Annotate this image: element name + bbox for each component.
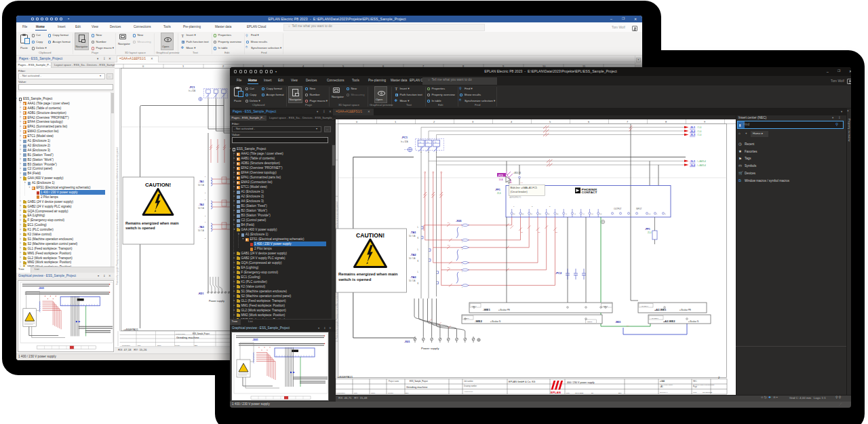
svg-text:176 from 365: 176 from 365 bbox=[703, 391, 713, 393]
svg-text:Name: Name bbox=[157, 345, 162, 346]
svg-text:K: K bbox=[205, 192, 206, 194]
svg-text:B8: B8 bbox=[448, 222, 450, 223]
svg-text:+: + bbox=[630, 213, 631, 215]
svg-text:B5: B5 bbox=[538, 231, 540, 233]
svg-text:Ed.: Ed. bbox=[591, 392, 594, 394]
svg-text:-X01: -X01 bbox=[404, 340, 410, 343]
svg-text:2x6: 2x6 bbox=[627, 325, 630, 327]
svg-text:1.5: 1.5 bbox=[510, 182, 513, 184]
svg-text:B5: B5 bbox=[521, 231, 523, 233]
svg-text:+=B4&EPA1/1: +=B4&EPA1/1 bbox=[123, 328, 138, 331]
svg-text:-2001: -2001 bbox=[38, 287, 44, 290]
svg-text:Remains energized when main: Remains energized when main bbox=[125, 221, 179, 225]
svg-text:0: 0 bbox=[356, 120, 358, 123]
svg-text:Approved by: Approved by bbox=[464, 391, 473, 393]
svg-text:Project name: Project name bbox=[389, 380, 399, 383]
svg-text:Grinding machine: Grinding machine bbox=[406, 385, 428, 389]
svg-text:1: 1 bbox=[513, 206, 515, 208]
svg-text:= Busbar N: = Busbar N bbox=[688, 320, 698, 323]
svg-text:/ 1.0: / 1.0 bbox=[697, 130, 701, 133]
svg-text:/ +B4/5.4: / +B4/5.4 bbox=[697, 160, 706, 163]
svg-text:Modification: Modification bbox=[122, 345, 130, 346]
svg-text:5: 5 bbox=[462, 271, 463, 272]
svg-text:switch is opened: switch is opened bbox=[338, 277, 372, 282]
svg-text:K: K bbox=[418, 237, 419, 239]
svg-text:9: 9 bbox=[704, 120, 706, 123]
svg-text:+A2-WE1.1: +A2-WE1.1 bbox=[640, 305, 649, 307]
svg-text:NEC:: NEC: bbox=[693, 380, 697, 383]
svg-text:Power supply: Power supply bbox=[421, 347, 439, 350]
svg-text:Name: Name bbox=[371, 392, 376, 394]
svg-text:2: 2 bbox=[433, 120, 435, 123]
svg-text:Remains energized when main: Remains energized when main bbox=[338, 272, 398, 276]
svg-text:Date: Date bbox=[566, 392, 570, 394]
svg-text:L: L bbox=[205, 221, 206, 223]
svg-text:-FC5: -FC5 bbox=[498, 174, 503, 177]
svg-text:CAUTION!: CAUTION! bbox=[145, 182, 171, 188]
svg-text:A3: A3 bbox=[583, 213, 585, 215]
svg-text:-WE1.3: -WE1.3 bbox=[602, 305, 608, 307]
svg-text:CAUTION!: CAUTION! bbox=[356, 232, 384, 239]
svg-text:(Circuit breaker): (Circuit breaker) bbox=[511, 191, 528, 193]
svg-text:In = 32A: In = 32A bbox=[401, 140, 408, 143]
svg-text:L: L bbox=[418, 248, 419, 251]
svg-text:L: L bbox=[205, 199, 206, 201]
svg-text:A2: A2 bbox=[574, 213, 576, 215]
svg-text:switch is opened: switch is opened bbox=[125, 226, 155, 230]
svg-text:-1L2: -1L2 bbox=[690, 163, 696, 167]
svg-text:-WE1: -WE1 bbox=[483, 308, 491, 311]
svg-text:E2: E2 bbox=[539, 213, 542, 215]
svg-text:/ +B4/5.4: / +B4/5.4 bbox=[697, 164, 706, 167]
svg-text:B8: B8 bbox=[448, 244, 450, 246]
svg-text:5: 5 bbox=[549, 120, 551, 123]
svg-text:Job number: Job number bbox=[464, 380, 473, 383]
svg-text:50 / 5 A: 50 / 5 A bbox=[409, 235, 416, 237]
svg-text:E1: E1 bbox=[513, 213, 516, 215]
svg-text:+: + bbox=[614, 213, 615, 215]
svg-text:/ 1.0: / 1.0 bbox=[697, 126, 701, 129]
svg-text:B8: B8 bbox=[448, 267, 450, 268]
svg-text:EPLAN GmbH & Co. KG: EPLAN GmbH & Co. KG bbox=[509, 381, 536, 383]
svg-text:-TA1: -TA1 bbox=[410, 231, 416, 234]
svg-text:+A2-WE1: +A2-WE1 bbox=[654, 308, 667, 311]
svg-text:7: 7 bbox=[627, 120, 629, 123]
svg-text:EPL: EPL bbox=[195, 345, 198, 346]
svg-text:=GAA: =GAA bbox=[660, 380, 665, 383]
svg-text:N: N bbox=[665, 213, 666, 215]
svg-text:A3F35/PROT1: A3F35/PROT1 bbox=[510, 196, 522, 199]
svg-text:OUTPUT: OUTPUT bbox=[614, 208, 622, 210]
svg-text:= Busbar N: = Busbar N bbox=[490, 320, 500, 323]
svg-text:/ 1.0: / 1.0 bbox=[697, 134, 701, 136]
svg-text:02.06.2022: 02.06.2022 bbox=[575, 392, 584, 394]
svg-text:-: - bbox=[622, 213, 623, 215]
svg-text:50 / 5 A: 50 / 5 A bbox=[409, 280, 416, 282]
svg-text:16 A: 16 A bbox=[499, 178, 503, 181]
svg-text:L: L bbox=[418, 226, 419, 229]
svg-text:E2: E2 bbox=[521, 213, 524, 215]
svg-text:50 / 5 A: 50 / 5 A bbox=[198, 207, 204, 210]
svg-text:8: 8 bbox=[665, 120, 667, 123]
svg-text:2: 2 bbox=[532, 206, 533, 208]
svg-text:E2: E2 bbox=[556, 213, 559, 215]
svg-text:I>: I> bbox=[435, 141, 437, 144]
svg-text:+A2-WE2: +A2-WE2 bbox=[663, 320, 675, 323]
svg-text:ESS_Sample_Project: ESS_Sample_Project bbox=[193, 332, 210, 335]
svg-text:EPL: EPL bbox=[618, 392, 622, 394]
svg-text:= Busbar PE: = Busbar PE bbox=[498, 309, 510, 311]
svg-text:21,6: 21,6 bbox=[497, 192, 501, 195]
svg-text:3: 3 bbox=[549, 206, 551, 208]
svg-text:Date: Date bbox=[138, 345, 141, 346]
svg-text:-TA3: -TA3 bbox=[410, 275, 416, 279]
svg-text:In = 32A: In = 32A bbox=[189, 90, 195, 92]
svg-text:-PF1: -PF1 bbox=[495, 189, 500, 191]
svg-text:-TA3: -TA3 bbox=[199, 226, 204, 229]
svg-text:2: 2 bbox=[718, 376, 720, 379]
svg-text:-2L1: -2L1 bbox=[690, 126, 696, 129]
svg-text:-TA1: -TA1 bbox=[199, 180, 204, 183]
svg-text:NC: NC bbox=[648, 213, 651, 215]
svg-text:50 / 5 A: 50 / 5 A bbox=[198, 229, 204, 232]
svg-text:E1: E1 bbox=[548, 213, 551, 215]
svg-text:Grinding machine: Grinding machine bbox=[176, 336, 199, 339]
svg-text:K: K bbox=[205, 215, 206, 217]
svg-text:L: L bbox=[418, 271, 419, 273]
